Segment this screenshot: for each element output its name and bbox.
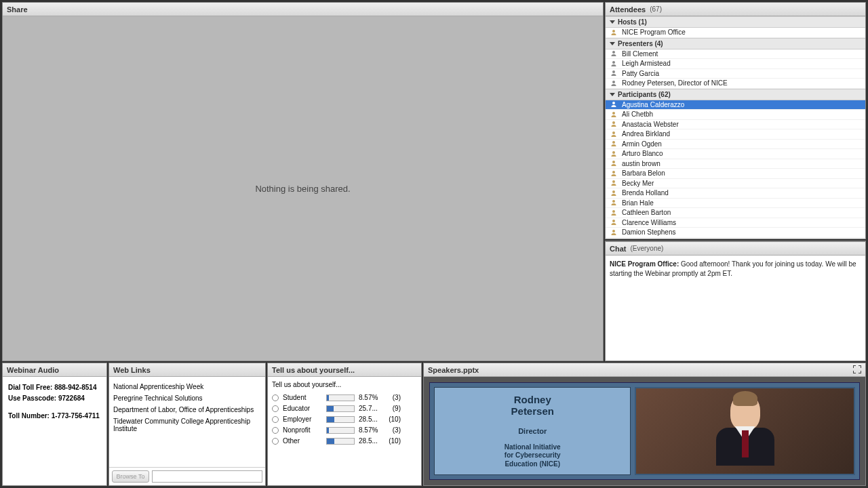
- person-icon: [610, 169, 618, 178]
- links-header: Web Links: [109, 363, 265, 377]
- attendee-name: Clarence Williams: [622, 219, 676, 226]
- person-icon: [610, 199, 618, 207]
- speaker-photo: [635, 387, 855, 475]
- attendee-row[interactable]: Leigh Armistead: [606, 59, 865, 69]
- poll-bar: [326, 427, 355, 434]
- attendee-section-header[interactable]: Presenters (4): [606, 38, 865, 49]
- attendee-row[interactable]: Brian Hale: [606, 199, 865, 209]
- person-icon: [610, 49, 618, 58]
- person-icon: [610, 209, 618, 217]
- web-link-item[interactable]: National Apprenticeship Week: [111, 381, 264, 392]
- person-icon: [610, 228, 618, 237]
- attendee-name: Ali Chetbh: [622, 110, 653, 118]
- slide: Rodney Petersen Director National Initia…: [429, 382, 860, 480]
- attendee-row[interactable]: Cathleen Barton: [606, 208, 865, 218]
- attendee-name: Damion Stephens: [622, 228, 676, 236]
- poll-count: (3): [386, 426, 401, 434]
- share-pod: Share Nothing is being shared.: [2, 2, 604, 361]
- attendee-row[interactable]: Becky Mer: [606, 179, 865, 189]
- person-icon: [610, 150, 618, 158]
- poll-bar: [326, 405, 355, 412]
- poll-option[interactable]: Other28.5...(10): [272, 437, 417, 445]
- attendee-name: Rodney Petersen, Director of NICE: [622, 79, 728, 87]
- poll-title: Tell us about yourself...: [272, 366, 355, 374]
- attendee-row[interactable]: austin brown: [606, 159, 865, 169]
- web-link-item[interactable]: Peregrine Technical Solutions: [111, 392, 264, 404]
- attendee-name: Leigh Armistead: [622, 60, 671, 67]
- audio-header: Webinar Audio: [3, 363, 106, 377]
- radio-icon[interactable]: [272, 416, 279, 423]
- speakers-pod: Speakers.pptx Rodney Petersen Director N…: [423, 363, 866, 486]
- radio-icon[interactable]: [272, 427, 279, 434]
- person-icon: [610, 120, 618, 128]
- web-link-item[interactable]: Tidewater Community College Apprenticesh…: [111, 415, 264, 434]
- attendees-header: Attendees (67): [606, 3, 865, 16]
- chat-scope: (Everyone): [630, 245, 663, 252]
- poll-count: (10): [386, 437, 401, 445]
- attendees-title: Attendees: [610, 5, 646, 14]
- slide-text-panel: Rodney Petersen Director National Initia…: [434, 387, 631, 475]
- webinar-audio-pod: Webinar Audio Dial Toll Free: 888-942-85…: [2, 363, 107, 486]
- attendee-row[interactable]: Anastacia Webster: [606, 120, 865, 130]
- poll-option[interactable]: Educator25.7...(9): [272, 405, 417, 412]
- person-icon: [610, 28, 618, 37]
- attendee-row[interactable]: Brenda Holland: [606, 188, 865, 199]
- attendee-name: Bill Clement: [622, 50, 658, 58]
- section-label: Presenters (4): [618, 40, 663, 47]
- poll-option[interactable]: Student8.57%(3): [272, 394, 417, 401]
- attendee-row[interactable]: Bill Clement: [606, 49, 865, 60]
- attendee-row[interactable]: Agustina Calderazzo: [606, 100, 865, 110]
- person-icon: [610, 179, 618, 187]
- share-header: Share: [3, 3, 603, 16]
- person-icon: [610, 69, 618, 77]
- attendee-row[interactable]: Barbara Belon: [606, 169, 865, 179]
- poll-bar: [326, 416, 355, 423]
- attendee-section-header[interactable]: Participants (62): [606, 89, 865, 100]
- person-icon: [610, 140, 618, 148]
- fullscreen-icon[interactable]: [853, 365, 861, 375]
- attendees-list[interactable]: Hosts (1)NICE Program OfficePresenters (…: [606, 16, 865, 239]
- poll-option-label: Employer: [283, 415, 322, 423]
- poll-option[interactable]: Nonprofit8.57%(3): [272, 426, 417, 434]
- attendee-name: Armin Ogden: [622, 140, 662, 148]
- attendee-row[interactable]: Rodney Petersen, Director of NICE: [606, 79, 865, 89]
- attendee-name: Patty Garcia: [622, 70, 659, 77]
- poll-count: (9): [386, 405, 401, 412]
- speakers-body[interactable]: Rodney Petersen Director National Initia…: [424, 377, 865, 485]
- dial-label: Dial Toll Free:: [8, 384, 54, 391]
- poll-question: Tell us about yourself...: [272, 381, 417, 388]
- attendee-row[interactable]: Armin Ogden: [606, 140, 865, 150]
- attendee-section-header[interactable]: Hosts (1): [606, 16, 865, 28]
- link-url-input[interactable]: [152, 470, 262, 483]
- poll-bar: [326, 394, 355, 401]
- poll-option-label: Other: [283, 437, 322, 445]
- attendee-row[interactable]: Andrea Birkland: [606, 129, 865, 140]
- person-icon: [610, 159, 618, 167]
- radio-icon[interactable]: [272, 405, 279, 412]
- poll-option[interactable]: Employer28.5...(10): [272, 415, 417, 423]
- attendee-name: austin brown: [622, 160, 660, 167]
- dial-number: 888-942-8514: [54, 384, 96, 391]
- attendee-name: Agustina Calderazzo: [622, 101, 684, 108]
- attendee-row[interactable]: Arturo Blanco: [606, 149, 865, 159]
- radio-icon[interactable]: [272, 438, 279, 445]
- chevron-down-icon: [610, 20, 615, 24]
- passcode-label: Use Passcode:: [8, 394, 58, 402]
- attendee-row[interactable]: Clarence Williams: [606, 218, 865, 228]
- attendee-row[interactable]: NICE Program Office: [606, 28, 865, 38]
- chat-body[interactable]: NICE Program Office: Good afternoon! Tha…: [606, 256, 865, 361]
- person-icon: [610, 79, 618, 87]
- chat-sender: NICE Program Office:: [610, 260, 679, 268]
- attendee-name: Cathleen Barton: [622, 209, 671, 216]
- poll-option-label: Nonprofit: [283, 426, 322, 434]
- poll-pct: 8.57%: [359, 394, 382, 401]
- person-icon: [610, 100, 618, 108]
- poll-count: (10): [386, 415, 401, 423]
- attendee-name: Anastacia Webster: [622, 121, 679, 128]
- attendee-row[interactable]: Ali Chetbh: [606, 110, 865, 120]
- attendee-row[interactable]: Damion Stephens: [606, 228, 865, 238]
- attendee-row[interactable]: Patty Garcia: [606, 69, 865, 79]
- browse-to-button[interactable]: Browse To: [112, 470, 149, 483]
- radio-icon[interactable]: [272, 394, 279, 401]
- web-link-item[interactable]: Department of Labor, Office of Apprentic…: [111, 404, 264, 415]
